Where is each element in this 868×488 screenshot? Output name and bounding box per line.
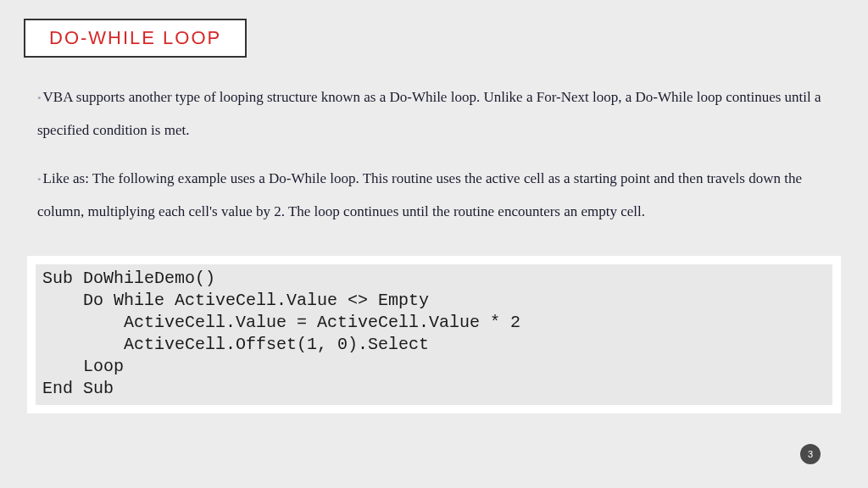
bullet-icon: •	[37, 92, 42, 104]
paragraph-2-text: Like as: The following example uses a Do…	[37, 170, 802, 219]
title-box: DO-WHILE LOOP	[24, 19, 247, 58]
paragraph-2: •Like as: The following example uses a D…	[37, 162, 831, 228]
code-block-container: Sub DoWhileDemo() Do While ActiveCell.Va…	[27, 256, 841, 413]
code-sample: Sub DoWhileDemo() Do While ActiveCell.Va…	[36, 264, 832, 405]
bullet-icon: •	[37, 173, 42, 186]
paragraph-1-text: VBA supports another type of looping str…	[37, 89, 821, 138]
page-number-text: 3	[808, 449, 813, 459]
page-number-badge: 3	[800, 444, 821, 464]
content-area: •VBA supports another type of looping st…	[37, 80, 831, 243]
slide-title: DO-WHILE LOOP	[49, 27, 221, 49]
paragraph-1: •VBA supports another type of looping st…	[37, 80, 831, 147]
